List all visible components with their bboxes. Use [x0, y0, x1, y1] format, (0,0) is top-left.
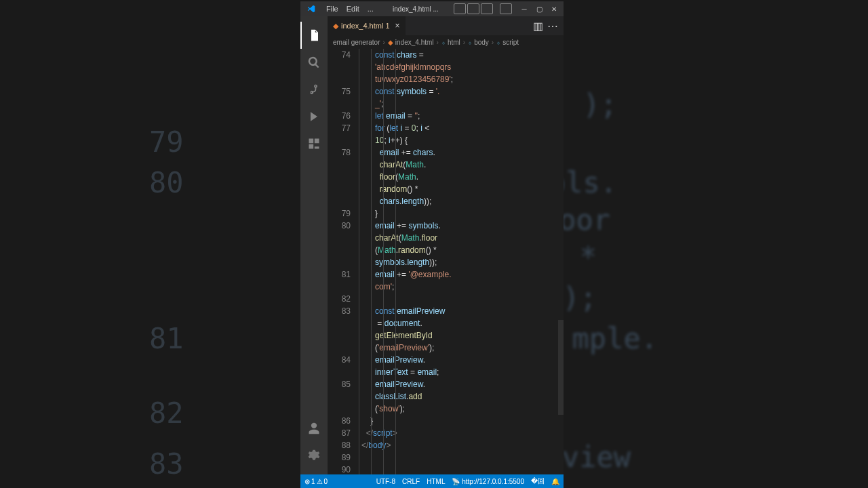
- settings-gear-icon[interactable]: [300, 442, 328, 469]
- html-file-icon: ◆: [388, 39, 393, 46]
- bg-line-num: 83: [149, 447, 184, 481]
- tag-icon: ⬨: [496, 39, 500, 46]
- search-icon[interactable]: [300, 49, 328, 76]
- activity-bar: [300, 16, 328, 474]
- layout-right-icon[interactable]: [481, 3, 493, 14]
- more-actions-icon[interactable]: ⋯: [547, 20, 558, 33]
- breadcrumb-item[interactable]: ⬨body: [468, 39, 489, 46]
- bg-code-text: );: [562, 281, 597, 314]
- tab-index4[interactable]: ◆ index_4.html 1 ×: [328, 16, 406, 35]
- chevron-right-icon: ›: [382, 39, 384, 46]
- chevron-right-icon: ›: [463, 39, 465, 46]
- chevron-right-icon: ›: [437, 39, 439, 46]
- layout-sidebar-icon[interactable]: [454, 3, 466, 14]
- maximize-button[interactable]: ▢: [532, 2, 546, 16]
- eol-indicator[interactable]: CRLF: [402, 478, 420, 485]
- minimize-button[interactable]: ─: [517, 2, 531, 16]
- bell-icon[interactable]: 🔔: [551, 478, 559, 485]
- window-title: index_4.html ...: [378, 5, 454, 13]
- tab-close-icon[interactable]: ×: [395, 21, 400, 30]
- error-icon: ⊗: [304, 478, 310, 485]
- scrollbar[interactable]: [558, 320, 564, 415]
- editor-tabs: ◆ index_4.html 1 × ▥ ⋯: [328, 16, 564, 35]
- language-indicator[interactable]: HTML: [427, 478, 445, 485]
- split-editor-icon[interactable]: ▥: [533, 20, 543, 33]
- bg-code-text: mple.: [572, 322, 658, 355]
- tab-label: index_4.html 1: [341, 22, 390, 30]
- bg-code-text: view: [562, 441, 631, 474]
- breadcrumb[interactable]: email generator › ◆index_4.html › ⬨html …: [328, 35, 564, 49]
- editor-area: ◆ index_4.html 1 × ▥ ⋯ email generator ›…: [328, 16, 564, 474]
- vscode-logo-icon: [304, 2, 318, 16]
- source-control-icon[interactable]: [300, 76, 328, 103]
- vscode-window: File Edit ... index_4.html ... ─ ▢ ✕: [300, 1, 564, 488]
- warning-icon: ⚠: [317, 478, 323, 485]
- bg-line-num: 79: [149, 125, 184, 159]
- breadcrumb-item[interactable]: ◆index_4.html: [388, 39, 434, 46]
- menu-more[interactable]: ...: [363, 5, 378, 13]
- problems-indicator[interactable]: ⊗1 ⚠0: [304, 478, 328, 485]
- code-content[interactable]: const chars = 'abcdefghijklmnopqrs tuvwx…: [359, 49, 564, 474]
- title-bar[interactable]: File Edit ... index_4.html ... ─ ▢ ✕: [300, 1, 564, 16]
- bg-code-text: *: [580, 241, 597, 274]
- bg-line-num: 82: [149, 396, 184, 430]
- html-file-icon: ◆: [333, 22, 338, 30]
- tag-icon: ⬨: [441, 39, 446, 46]
- chevron-right-icon: ›: [492, 39, 494, 46]
- bg-line-num: 80: [149, 166, 184, 199]
- broadcast-icon: 📡: [452, 478, 460, 485]
- feedback-icon[interactable]: �回: [531, 476, 545, 486]
- menu-edit[interactable]: Edit: [342, 5, 363, 13]
- explorer-icon[interactable]: [300, 22, 328, 49]
- breadcrumb-item[interactable]: ⬨html: [441, 39, 460, 46]
- encoding-indicator[interactable]: UTF-8: [376, 478, 395, 485]
- tag-icon: ⬨: [468, 39, 472, 46]
- breadcrumb-item[interactable]: ⬨script: [496, 39, 519, 46]
- extensions-icon[interactable]: [300, 130, 328, 157]
- bg-line-num: 81: [149, 322, 184, 355]
- bg-code-text: );: [583, 88, 617, 121]
- code-editor[interactable]: 7475767778798081828384858687888990 const…: [328, 49, 564, 474]
- customize-layout-icon[interactable]: [500, 3, 512, 14]
- live-server-indicator[interactable]: 📡 http://127.0.0.1:5500: [452, 478, 524, 485]
- bg-code-text: oor: [559, 203, 610, 237]
- layout-controls: [454, 3, 512, 14]
- layout-panel-icon[interactable]: [467, 3, 479, 14]
- status-bar: ⊗1 ⚠0 UTF-8 CRLF HTML 📡 http://127.0.0.1…: [300, 474, 564, 488]
- line-numbers: 7475767778798081828384858687888990: [328, 49, 359, 474]
- debug-icon[interactable]: [300, 103, 328, 130]
- menu-file[interactable]: File: [322, 5, 342, 13]
- breadcrumb-item[interactable]: email generator: [333, 39, 380, 46]
- close-button[interactable]: ✕: [547, 2, 561, 16]
- account-icon[interactable]: [300, 415, 328, 442]
